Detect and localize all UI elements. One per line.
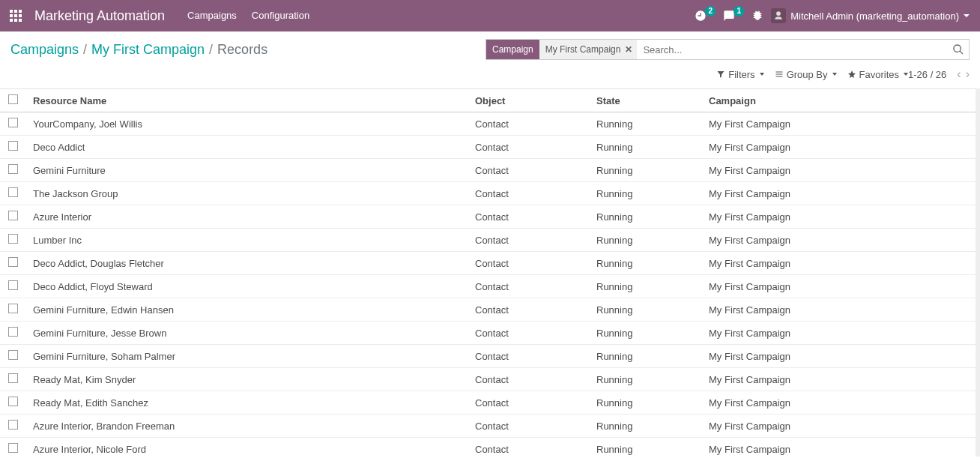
table-row[interactable]: Gemini Furniture, Jesse BrownContactRunn… xyxy=(0,322,976,345)
cell-resource: Lumber Inc xyxy=(25,229,468,252)
svg-rect-1 xyxy=(14,10,17,13)
cell-object: Contact xyxy=(468,298,589,322)
nav-campaigns[interactable]: Campaigns xyxy=(180,0,244,31)
group-by-button[interactable]: Group By xyxy=(775,69,837,80)
row-checkbox[interactable] xyxy=(0,159,25,182)
breadcrumb-mid[interactable]: My First Campaign xyxy=(91,42,205,58)
table-row[interactable]: Lumber IncContactRunningMy First Campaig… xyxy=(0,229,976,252)
row-checkbox[interactable] xyxy=(0,345,25,368)
search-input[interactable] xyxy=(637,40,969,59)
messages-button[interactable]: 1 xyxy=(723,10,744,22)
table-row[interactable]: Deco Addict, Floyd StewardContactRunning… xyxy=(0,275,976,298)
breadcrumb-sep: / xyxy=(83,42,87,58)
cell-state: Running xyxy=(589,415,701,438)
row-checkbox[interactable] xyxy=(0,205,25,229)
funnel-icon xyxy=(716,70,725,79)
header-object[interactable]: Object xyxy=(468,89,589,112)
cell-object: Contact xyxy=(468,182,589,205)
cell-resource: Gemini Furniture, Edwin Hansen xyxy=(25,298,468,322)
chevron-down-icon xyxy=(832,73,837,76)
table-row[interactable]: Azure Interior, Nicole FordContactRunnin… xyxy=(0,438,976,457)
cell-state: Running xyxy=(589,322,701,345)
activities-button[interactable]: 2 xyxy=(695,10,716,22)
table-row[interactable]: Deco AddictContactRunningMy First Campai… xyxy=(0,136,976,159)
bug-icon xyxy=(751,9,763,21)
cell-state: Running xyxy=(589,438,701,457)
breadcrumb-sep: / xyxy=(209,42,213,58)
cell-resource: Azure Interior xyxy=(25,205,468,229)
apps-menu-icon[interactable] xyxy=(0,0,31,31)
user-menu[interactable]: Mitchell Admin (marketing_automation) xyxy=(771,8,970,23)
cell-state: Running xyxy=(589,391,701,415)
header-campaign[interactable]: Campaign xyxy=(701,89,976,112)
pager-prev-icon[interactable]: ‹ xyxy=(957,67,961,81)
cell-state: Running xyxy=(589,182,701,205)
row-checkbox[interactable] xyxy=(0,182,25,205)
cell-state: Running xyxy=(589,229,701,252)
table-row[interactable]: Gemini FurnitureContactRunningMy First C… xyxy=(0,159,976,182)
search-box[interactable]: Campaign My First Campaign ✕ xyxy=(486,39,970,60)
row-checkbox[interactable] xyxy=(0,252,25,275)
cell-campaign: My First Campaign xyxy=(701,345,976,368)
row-checkbox[interactable] xyxy=(0,112,25,136)
pager-text[interactable]: 1-26 / 26 xyxy=(908,69,946,80)
cell-resource: Deco Addict, Douglas Fletcher xyxy=(25,252,468,275)
svg-rect-2 xyxy=(19,10,22,13)
cell-state: Running xyxy=(589,252,701,275)
chevron-down-icon xyxy=(964,14,970,17)
cell-object: Contact xyxy=(468,112,589,136)
table-row[interactable]: Ready Mat, Edith SanchezContactRunningMy… xyxy=(0,391,976,415)
table-row[interactable]: Azure InteriorContactRunningMy First Cam… xyxy=(0,205,976,229)
cell-resource: Deco Addict, Floyd Steward xyxy=(25,275,468,298)
search-icon[interactable] xyxy=(952,43,964,58)
table-row[interactable]: YourCompany, Joel WillisContactRunningMy… xyxy=(0,112,976,136)
pager-next-icon[interactable]: › xyxy=(966,67,970,81)
table-row[interactable]: Azure Interior, Brandon FreemanContactRu… xyxy=(0,415,976,438)
filters-button[interactable]: Filters xyxy=(716,69,763,80)
table-row[interactable]: Ready Mat, Kim SnyderContactRunningMy Fi… xyxy=(0,368,976,391)
cell-resource: Gemini Furniture, Soham Palmer xyxy=(25,345,468,368)
row-checkbox[interactable] xyxy=(0,322,25,345)
star-icon xyxy=(847,70,856,79)
cell-campaign: My First Campaign xyxy=(701,298,976,322)
cell-resource: The Jackson Group xyxy=(25,182,468,205)
cell-resource: Deco Addict xyxy=(25,136,468,159)
cell-state: Running xyxy=(589,345,701,368)
control-bar: Campaigns / My First Campaign / Records … xyxy=(0,31,980,63)
row-checkbox[interactable] xyxy=(0,136,25,159)
cell-object: Contact xyxy=(468,229,589,252)
cell-resource: Ready Mat, Kim Snyder xyxy=(25,368,468,391)
table-container: Resource Name Object State Campaign Your… xyxy=(0,88,980,457)
search-facet-remove-icon[interactable]: ✕ xyxy=(625,44,632,55)
avatar xyxy=(771,8,786,23)
search-facet-label: Campaign xyxy=(486,40,539,59)
breadcrumb-root[interactable]: Campaigns xyxy=(10,42,79,58)
favorites-button[interactable]: Favorites xyxy=(847,69,908,80)
header-state[interactable]: State xyxy=(589,89,701,112)
header-resource[interactable]: Resource Name xyxy=(25,89,468,112)
table-row[interactable]: Gemini Furniture, Soham PalmerContactRun… xyxy=(0,345,976,368)
cell-state: Running xyxy=(589,368,701,391)
search-facet-text: My First Campaign xyxy=(545,44,621,55)
debug-button[interactable] xyxy=(751,9,763,23)
row-checkbox[interactable] xyxy=(0,298,25,322)
table-row[interactable]: Deco Addict, Douglas FletcherContactRunn… xyxy=(0,252,976,275)
cell-object: Contact xyxy=(468,136,589,159)
cell-state: Running xyxy=(589,275,701,298)
row-checkbox[interactable] xyxy=(0,391,25,415)
row-checkbox[interactable] xyxy=(0,229,25,252)
cell-state: Running xyxy=(589,159,701,182)
row-checkbox[interactable] xyxy=(0,368,25,391)
nav-configuration[interactable]: Configuration xyxy=(244,0,317,31)
table-row[interactable]: The Jackson GroupContactRunningMy First … xyxy=(0,182,976,205)
cell-object: Contact xyxy=(468,159,589,182)
cell-campaign: My First Campaign xyxy=(701,415,976,438)
row-checkbox[interactable] xyxy=(0,438,25,457)
favorites-label: Favorites xyxy=(859,69,899,80)
cell-campaign: My First Campaign xyxy=(701,391,976,415)
row-checkbox[interactable] xyxy=(0,415,25,438)
header-checkbox[interactable] xyxy=(0,89,25,112)
table-row[interactable]: Gemini Furniture, Edwin HansenContactRun… xyxy=(0,298,976,322)
row-checkbox[interactable] xyxy=(0,275,25,298)
cell-campaign: My First Campaign xyxy=(701,229,976,252)
